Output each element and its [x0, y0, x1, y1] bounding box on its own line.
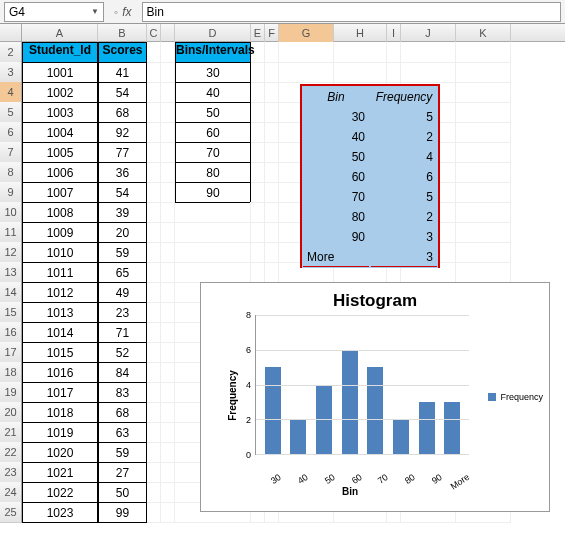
- cell[interactable]: [334, 42, 387, 63]
- cell[interactable]: [265, 62, 279, 83]
- cell[interactable]: [456, 262, 511, 283]
- row-header[interactable]: 22: [0, 442, 22, 463]
- cell[interactable]: 1011: [22, 262, 98, 283]
- cell[interactable]: [387, 42, 401, 63]
- cell[interactable]: [161, 162, 175, 183]
- cell[interactable]: [456, 222, 511, 243]
- cell[interactable]: [147, 442, 161, 463]
- row-header[interactable]: 3: [0, 62, 22, 83]
- cell[interactable]: [265, 42, 279, 63]
- cell[interactable]: [251, 182, 265, 203]
- cell[interactable]: [456, 202, 511, 223]
- cell[interactable]: [265, 122, 279, 143]
- row-header[interactable]: 10: [0, 202, 22, 223]
- cell[interactable]: [456, 122, 511, 143]
- cell[interactable]: [265, 142, 279, 163]
- cell[interactable]: 1021: [22, 462, 98, 483]
- cell[interactable]: [147, 422, 161, 443]
- cell[interactable]: 52: [98, 342, 147, 363]
- expand-icon[interactable]: ◦: [114, 5, 118, 19]
- hist-bin-cell[interactable]: 70: [302, 186, 370, 208]
- cell[interactable]: [387, 62, 401, 83]
- cell[interactable]: Scores: [98, 42, 147, 63]
- cell[interactable]: 65: [98, 262, 147, 283]
- fx-label[interactable]: fx: [122, 5, 131, 19]
- row-header[interactable]: 6: [0, 122, 22, 143]
- row-header[interactable]: 24: [0, 482, 22, 503]
- cell[interactable]: 1020: [22, 442, 98, 463]
- cell[interactable]: [279, 42, 334, 63]
- cell[interactable]: 80: [175, 162, 251, 183]
- cell[interactable]: 1003: [22, 102, 98, 123]
- cell[interactable]: [251, 62, 265, 83]
- hist-freq-cell[interactable]: 6: [370, 166, 438, 188]
- row-header[interactable]: 15: [0, 302, 22, 323]
- row-header[interactable]: 23: [0, 462, 22, 483]
- cell[interactable]: [265, 222, 279, 243]
- cell[interactable]: [161, 222, 175, 243]
- row-header[interactable]: 8: [0, 162, 22, 183]
- cell[interactable]: [147, 382, 161, 403]
- cell[interactable]: 1010: [22, 242, 98, 263]
- col-header[interactable]: J: [401, 24, 456, 42]
- cell[interactable]: [147, 82, 161, 103]
- cell[interactable]: [147, 462, 161, 483]
- cell[interactable]: [147, 62, 161, 83]
- cell[interactable]: [251, 102, 265, 123]
- row-header[interactable]: 2: [0, 42, 22, 63]
- cell[interactable]: [161, 242, 175, 263]
- cell[interactable]: Student_Id: [22, 42, 98, 63]
- cell[interactable]: [147, 502, 161, 523]
- cell[interactable]: 60: [175, 122, 251, 143]
- cell[interactable]: [161, 282, 175, 303]
- cell[interactable]: 1009: [22, 222, 98, 243]
- row-header[interactable]: 13: [0, 262, 22, 283]
- row-header[interactable]: 4: [0, 82, 22, 103]
- hist-freq-cell[interactable]: 3: [370, 226, 438, 248]
- row-header[interactable]: 12: [0, 242, 22, 263]
- hist-bin-cell[interactable]: 80: [302, 206, 370, 228]
- cell[interactable]: [251, 202, 265, 223]
- cell[interactable]: [175, 262, 251, 283]
- cell[interactable]: [147, 402, 161, 423]
- cell[interactable]: 1016: [22, 362, 98, 383]
- cell[interactable]: [147, 262, 161, 283]
- cell[interactable]: [265, 82, 279, 103]
- cell[interactable]: [251, 162, 265, 183]
- cell[interactable]: 50: [98, 482, 147, 503]
- row-header[interactable]: 16: [0, 322, 22, 343]
- cell[interactable]: [265, 102, 279, 123]
- cell[interactable]: 40: [175, 82, 251, 103]
- cell[interactable]: [147, 482, 161, 503]
- cell[interactable]: 1005: [22, 142, 98, 163]
- cell[interactable]: Bins/Intervals: [175, 42, 251, 63]
- cell[interactable]: [161, 402, 175, 423]
- col-header[interactable]: E: [251, 24, 265, 42]
- cell[interactable]: [456, 182, 511, 203]
- cell[interactable]: 27: [98, 462, 147, 483]
- cell[interactable]: 70: [175, 142, 251, 163]
- cell[interactable]: 1019: [22, 422, 98, 443]
- row-header[interactable]: 18: [0, 362, 22, 383]
- cell[interactable]: 1015: [22, 342, 98, 363]
- cell[interactable]: [265, 242, 279, 263]
- cell[interactable]: [251, 262, 265, 283]
- chevron-down-icon[interactable]: ▼: [91, 7, 99, 16]
- cell[interactable]: [265, 182, 279, 203]
- cell[interactable]: [161, 422, 175, 443]
- cell[interactable]: 1008: [22, 202, 98, 223]
- cell[interactable]: 20: [98, 222, 147, 243]
- row-header[interactable]: 11: [0, 222, 22, 243]
- cell[interactable]: [161, 382, 175, 403]
- cell[interactable]: [161, 142, 175, 163]
- hist-freq-cell[interactable]: 5: [370, 106, 438, 128]
- cell[interactable]: [161, 342, 175, 363]
- cell[interactable]: [401, 42, 456, 63]
- hist-freq-cell[interactable]: 5: [370, 186, 438, 208]
- cell[interactable]: [147, 342, 161, 363]
- cell[interactable]: 83: [98, 382, 147, 403]
- cell[interactable]: [251, 242, 265, 263]
- cell[interactable]: 90: [175, 182, 251, 203]
- cell[interactable]: [161, 62, 175, 83]
- cell[interactable]: [175, 242, 251, 263]
